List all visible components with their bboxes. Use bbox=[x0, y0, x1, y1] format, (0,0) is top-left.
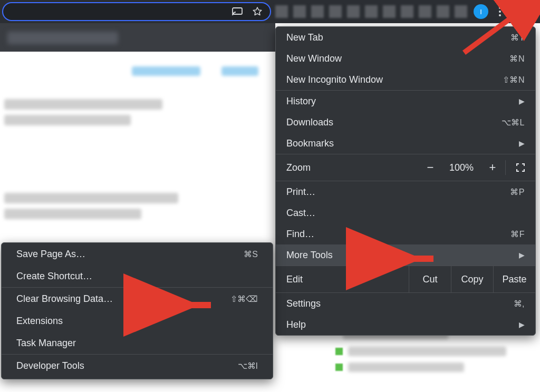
menu-cast[interactable]: Cast… bbox=[276, 202, 535, 223]
chevron-right-icon: ▶ bbox=[519, 97, 525, 105]
menu-label: New Incognito Window bbox=[286, 74, 383, 85]
extension-icon[interactable] bbox=[455, 5, 467, 18]
shortcut: ⌘N bbox=[509, 54, 525, 64]
zoom-in-button[interactable]: + bbox=[480, 161, 505, 174]
shortcut: ⌘F bbox=[510, 229, 525, 239]
menu-downloads[interactable]: Downloads⌥⌘L bbox=[276, 112, 535, 133]
menu-label: Zoom bbox=[276, 162, 321, 173]
chevron-right-icon: ▶ bbox=[519, 139, 525, 148]
extension-icon[interactable] bbox=[275, 5, 288, 18]
menu-label: Print… bbox=[286, 187, 315, 198]
extension-icon[interactable] bbox=[347, 5, 360, 18]
menu-label: Bookmarks bbox=[286, 138, 334, 149]
menu-label: Find… bbox=[286, 229, 314, 240]
chevron-right-icon: ▶ bbox=[519, 251, 525, 259]
menu-label: Edit bbox=[276, 274, 409, 285]
page-header-blur bbox=[0, 23, 275, 52]
submenu-task-manager[interactable]: Task Manager bbox=[2, 332, 273, 354]
profile-letter: I bbox=[480, 8, 482, 16]
submenu-save-page[interactable]: Save Page As…⌘S bbox=[2, 243, 273, 265]
star-icon[interactable] bbox=[252, 6, 263, 17]
menu-label: New Tab bbox=[286, 32, 323, 43]
shortcut: ⌥⌘L bbox=[502, 117, 525, 128]
submenu-clear-browsing-data[interactable]: Clear Browsing Data…⇧⌘⌫ bbox=[2, 288, 273, 310]
zoom-percent: 100% bbox=[443, 162, 480, 173]
shortcut: ⌥⌘I bbox=[238, 361, 258, 371]
zoom-out-button[interactable]: − bbox=[418, 161, 443, 174]
chevron-right-icon: ▶ bbox=[519, 320, 525, 329]
shortcut: ⌘, bbox=[514, 299, 525, 309]
submenu-developer-tools[interactable]: Developer Tools⌥⌘I bbox=[2, 355, 273, 377]
extension-icon[interactable] bbox=[401, 5, 413, 18]
menu-label: Clear Browsing Data… bbox=[16, 293, 113, 305]
submenu-create-shortcut[interactable]: Create Shortcut… bbox=[2, 265, 273, 287]
menu-print[interactable]: Print…⌘P bbox=[276, 181, 535, 202]
extension-icon[interactable] bbox=[419, 5, 431, 18]
menu-label: Cast… bbox=[286, 208, 315, 219]
edit-copy-button[interactable]: Copy bbox=[451, 266, 493, 292]
extension-icon[interactable] bbox=[293, 5, 306, 18]
menu-settings[interactable]: Settings⌘, bbox=[276, 293, 535, 314]
shortcut: ⇧⌘⌫ bbox=[230, 294, 258, 304]
menu-label: History bbox=[286, 96, 316, 107]
menu-new-incognito[interactable]: New Incognito Window⇧⌘N bbox=[276, 69, 535, 90]
menu-label: More Tools bbox=[286, 250, 333, 261]
more-tools-submenu: Save Page As…⌘S Create Shortcut… Clear B… bbox=[1, 242, 273, 379]
page-content-blur-right bbox=[285, 327, 527, 390]
extension-icons bbox=[275, 5, 467, 18]
more-menu-button[interactable] bbox=[493, 4, 507, 19]
menu-label: Developer Tools bbox=[16, 360, 84, 371]
extension-icon[interactable] bbox=[437, 5, 449, 18]
menu-label: Help bbox=[286, 319, 306, 330]
menu-more-tools[interactable]: More Tools▶ bbox=[276, 244, 535, 266]
page-content-blur bbox=[0, 52, 275, 242]
shortcut: ⌘S bbox=[244, 249, 258, 259]
menu-new-window[interactable]: New Window⌘N bbox=[276, 48, 535, 69]
browser-toolbar: I bbox=[0, 0, 540, 23]
chrome-main-menu: New Tab⌘T New Window⌘N New Incognito Win… bbox=[275, 26, 536, 336]
menu-label: New Window bbox=[286, 53, 342, 64]
menu-label: Extensions bbox=[16, 316, 63, 327]
extension-icon[interactable] bbox=[311, 5, 324, 18]
menu-help[interactable]: Help▶ bbox=[276, 314, 535, 335]
profile-avatar[interactable]: I bbox=[474, 4, 488, 19]
menu-label: Create Shortcut… bbox=[16, 271, 92, 282]
shortcut: ⌘T bbox=[510, 33, 525, 43]
fullscreen-icon[interactable] bbox=[506, 163, 535, 172]
submenu-extensions[interactable]: Extensions bbox=[2, 310, 273, 332]
shortcut: ⇧⌘N bbox=[503, 75, 525, 85]
extension-icon[interactable] bbox=[329, 5, 342, 18]
shortcut: ⌘P bbox=[510, 187, 525, 197]
edit-cut-button[interactable]: Cut bbox=[409, 266, 451, 292]
menu-new-tab[interactable]: New Tab⌘T bbox=[276, 27, 535, 48]
cast-icon[interactable] bbox=[232, 7, 243, 16]
menu-zoom-row: Zoom − 100% + bbox=[276, 154, 535, 181]
menu-bookmarks[interactable]: Bookmarks▶ bbox=[276, 133, 535, 154]
menu-find[interactable]: Find…⌘F bbox=[276, 223, 535, 244]
edit-paste-button[interactable]: Paste bbox=[493, 266, 535, 292]
extension-icon[interactable] bbox=[365, 5, 378, 18]
address-bar[interactable] bbox=[2, 2, 271, 21]
menu-label: Settings bbox=[286, 298, 321, 309]
menu-label: Downloads bbox=[286, 117, 333, 128]
menu-label: Save Page As… bbox=[16, 249, 85, 260]
menu-history[interactable]: History▶ bbox=[276, 91, 535, 112]
menu-edit-row: Edit Cut Copy Paste bbox=[276, 266, 535, 292]
extension-icon[interactable] bbox=[383, 5, 396, 18]
menu-label: Task Manager bbox=[16, 338, 76, 349]
